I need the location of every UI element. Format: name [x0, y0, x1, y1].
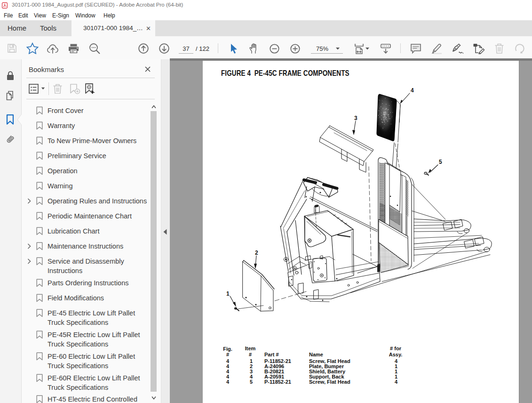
svg-text:2: 2 [255, 250, 258, 256]
svg-text:1: 1 [226, 290, 230, 297]
svg-text:5: 5 [439, 159, 442, 165]
svg-text:3: 3 [354, 115, 357, 121]
svg-text:4: 4 [411, 87, 414, 94]
